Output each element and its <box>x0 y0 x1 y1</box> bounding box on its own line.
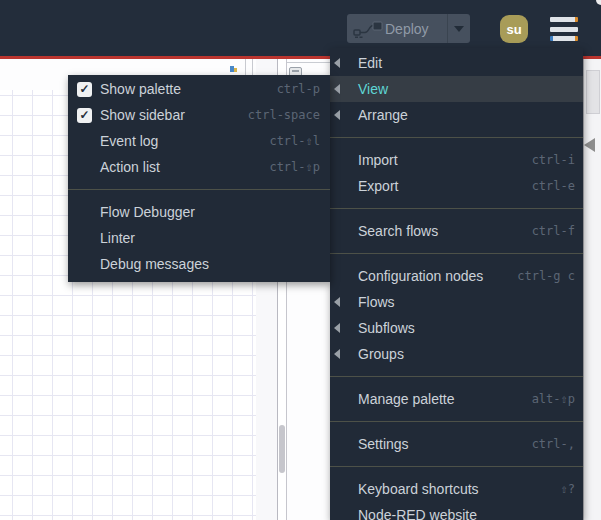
menu-item-linter[interactable]: Linter <box>68 225 330 251</box>
menu-separator <box>68 189 330 190</box>
menu-item-shortcut: ctrl-⇧p <box>269 160 330 174</box>
window-corner <box>596 0 601 5</box>
menu-item-show-palette[interactable]: ✓Show palettectrl-p <box>68 76 330 102</box>
menu-item-label: Debug messages <box>100 256 330 272</box>
menu-item-shortcut: ctrl-f <box>532 224 583 238</box>
menu-item-label: Flow Debugger <box>100 204 330 220</box>
menu-item-shortcut: ctrl-g c <box>517 269 583 283</box>
deploy-node-icon <box>353 20 383 38</box>
menu-item-label: Export <box>358 178 532 194</box>
checked-checkbox-icon[interactable]: ✓ <box>77 108 92 123</box>
menu-item-groups[interactable]: Groups <box>330 341 583 367</box>
menu-item-arrange[interactable]: Arrange <box>330 102 583 128</box>
menu-item-label: Import <box>358 152 532 168</box>
sidebar-toggle-icon[interactable] <box>584 138 595 152</box>
menu-item-view[interactable]: View <box>330 76 583 102</box>
submenu-arrow-slot <box>330 58 358 68</box>
submenu-arrow-slot <box>330 84 358 94</box>
menu-item-label: Keyboard shortcuts <box>358 481 561 497</box>
menu-item-settings[interactable]: Settingsctrl-, <box>330 431 583 457</box>
menu-separator <box>330 376 583 377</box>
submenu-arrow-slot <box>330 110 358 120</box>
menu-item-edit[interactable]: Edit <box>330 50 583 76</box>
menu-item-flows[interactable]: Flows <box>330 289 583 315</box>
menu-item-label: Manage palette <box>358 391 532 407</box>
menu-item-action-list[interactable]: Action listctrl-⇧p <box>68 154 330 180</box>
menu-item-shortcut: ctrl-space <box>248 108 330 122</box>
submenu-arrow-slot <box>330 297 358 307</box>
deploy-options-button[interactable] <box>448 26 470 32</box>
submenu-arrow-slot <box>330 323 358 333</box>
menu-item-flow-debugger[interactable]: Flow Debugger <box>68 199 330 225</box>
tabbar-divider <box>245 59 246 75</box>
menu-item-label: Settings <box>358 436 532 452</box>
menu-item-label: Search flows <box>358 223 532 239</box>
chevron-down-icon <box>454 26 464 32</box>
flow-tab-node-icon <box>230 66 237 73</box>
chevron-left-icon <box>334 58 340 68</box>
menu-item-keyboard-shortcuts[interactable]: Keyboard shortcuts⇧? <box>330 476 583 502</box>
menu-item-export[interactable]: Exportctrl-e <box>330 173 583 199</box>
menu-item-shortcut: alt-⇧p <box>532 392 583 406</box>
menu-separator <box>330 421 583 422</box>
chevron-left-icon <box>334 297 340 307</box>
page-scrollbar[interactable] <box>583 59 601 520</box>
menu-item-label: Subflows <box>358 320 583 336</box>
menu-item-label: Linter <box>100 230 330 246</box>
menu-item-event-log[interactable]: Event logctrl-⇧l <box>68 128 330 154</box>
menu-item-shortcut: ctrl-⇧l <box>269 134 330 148</box>
menu-separator <box>330 253 583 254</box>
menu-item-shortcut: ⇧? <box>561 482 583 496</box>
main-menu-button[interactable] <box>550 17 578 41</box>
deploy-button[interactable]: Deploy <box>347 14 470 43</box>
menu-item-shortcut: ctrl-p <box>277 82 330 96</box>
menu-item-label: Show palette <box>100 81 277 97</box>
user-avatar[interactable]: su <box>500 15 528 43</box>
menu-item-configuration-nodes[interactable]: Configuration nodesctrl-g c <box>330 263 583 289</box>
menu-item-label: Action list <box>100 159 269 175</box>
deploy-button-label: Deploy <box>385 21 447 37</box>
checkbox-slot: ✓ <box>68 82 100 97</box>
menu-item-subflows[interactable]: Subflows <box>330 315 583 341</box>
menu-item-label: Configuration nodes <box>358 268 517 284</box>
chevron-left-icon <box>334 323 340 333</box>
menu-item-manage-palette[interactable]: Manage palettealt-⇧p <box>330 386 583 412</box>
menu-item-shortcut: ctrl-i <box>532 153 583 167</box>
menu-item-debug-messages[interactable]: Debug messages <box>68 251 330 277</box>
menu-icon <box>550 36 578 41</box>
menu-item-label: Event log <box>100 133 269 149</box>
menu-separator <box>330 466 583 467</box>
menu-item-label: Groups <box>358 346 583 362</box>
page-scrollbar-thumb[interactable] <box>586 70 600 114</box>
main-menu-dropdown: EditViewArrangeImportctrl-iExportctrl-eS… <box>330 48 583 520</box>
menu-item-label: Arrange <box>358 107 583 123</box>
menu-item-label: Edit <box>358 55 583 71</box>
chevron-left-icon <box>334 84 340 94</box>
menu-item-import[interactable]: Importctrl-i <box>330 147 583 173</box>
menu-item-label: View <box>358 81 583 97</box>
canvas-scrollbar-thumb[interactable] <box>279 425 285 473</box>
view-submenu: ✓Show palettectrl-p✓Show sidebarctrl-spa… <box>68 75 330 282</box>
menu-icon <box>550 27 578 32</box>
menu-icon <box>550 17 578 22</box>
menu-separator <box>330 137 583 138</box>
menu-separator <box>330 208 583 209</box>
chevron-left-icon <box>334 110 340 120</box>
menu-item-node-red-website[interactable]: Node-RED website <box>330 502 583 520</box>
checkbox-slot: ✓ <box>68 108 100 123</box>
menu-item-label: Flows <box>358 294 583 310</box>
submenu-arrow-slot <box>330 349 358 359</box>
menu-item-label: Node-RED website <box>358 507 583 520</box>
menu-item-shortcut: ctrl-e <box>532 179 583 193</box>
tabbar-divider <box>252 59 253 75</box>
chevron-left-icon <box>334 349 340 359</box>
menu-item-search-flows[interactable]: Search flowsctrl-f <box>330 218 583 244</box>
menu-item-shortcut: ctrl-, <box>532 437 583 451</box>
menu-item-label: Show sidebar <box>100 107 248 123</box>
checked-checkbox-icon[interactable]: ✓ <box>77 82 92 97</box>
menu-item-show-sidebar[interactable]: ✓Show sidebarctrl-space <box>68 102 330 128</box>
